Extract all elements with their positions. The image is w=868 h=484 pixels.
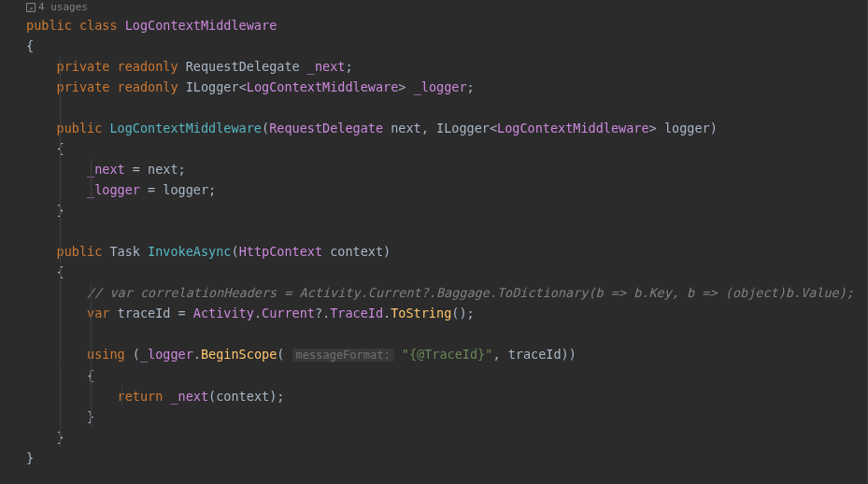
- angle: <: [490, 121, 497, 135]
- usages-text: 4 usages: [38, 0, 88, 15]
- class-ref: Activity: [193, 306, 254, 320]
- keyword-private: private: [57, 79, 110, 94]
- code-line: [26, 97, 867, 118]
- constructor: LogContextMiddleware: [109, 121, 262, 135]
- code-line: {: [26, 365, 867, 386]
- angle: <: [239, 79, 247, 94]
- keyword-public: public: [26, 18, 72, 33]
- code-line: public class LogContextMiddleware: [26, 15, 867, 36]
- comment: // var correlationHeaders = Activity.Cur…: [87, 285, 854, 300]
- keyword-public: public: [57, 121, 103, 135]
- semicolon: ;: [467, 79, 475, 94]
- keyword-return: return: [118, 389, 164, 404]
- property: TraceId: [330, 306, 383, 320]
- param: context: [330, 244, 383, 259]
- assignment: = next;: [125, 162, 186, 177]
- assignment: = logger;: [140, 182, 216, 197]
- type: RequestDelegate: [186, 59, 300, 74]
- code-editor[interactable]: 4 usages public class LogContextMiddlewa…: [0, 0, 868, 484]
- param-hint: messageFormat:: [292, 349, 394, 362]
- keyword-using: using: [87, 347, 125, 362]
- code-line: }: [26, 448, 867, 468]
- type: Task: [109, 244, 140, 259]
- param: next: [391, 121, 421, 135]
- param-type: HttpContext: [239, 244, 322, 259]
- param-type: RequestDelegate: [269, 121, 383, 135]
- field: _logger: [414, 79, 467, 94]
- code-line: _next = next;: [26, 159, 867, 179]
- field: _next: [307, 59, 346, 74]
- dot: .: [383, 306, 391, 320]
- keyword-private: private: [57, 59, 110, 74]
- code-line: {: [26, 36, 867, 56]
- keyword-readonly: readonly: [118, 59, 178, 74]
- paren: (: [277, 347, 284, 362]
- code-line: using (_logger.BeginScope( messageFormat…: [26, 344, 867, 365]
- code-line: [26, 323, 867, 344]
- semicolon: ;: [345, 59, 352, 74]
- code-line: }: [26, 406, 867, 427]
- class-name: LogContextMiddleware: [125, 18, 277, 33]
- code-line: }: [26, 200, 867, 221]
- field: _next: [170, 389, 208, 404]
- keyword-readonly: readonly: [118, 79, 178, 94]
- parens: ();: [451, 306, 474, 320]
- angle: >: [398, 79, 406, 94]
- paren: (: [125, 347, 140, 362]
- field: _next: [87, 162, 125, 177]
- method: InvokeAsync: [148, 244, 231, 259]
- field: _logger: [87, 182, 140, 197]
- code-line: private readonly ILogger<LogContextMiddl…: [26, 77, 867, 97]
- param: logger: [664, 121, 710, 135]
- method-call: ToString: [391, 306, 451, 320]
- usage-icon: [26, 3, 36, 12]
- angle: >: [649, 121, 657, 135]
- keyword-class: class: [79, 18, 118, 33]
- usages-hint[interactable]: 4 usages: [26, 0, 867, 15]
- code-line: }: [26, 427, 867, 448]
- code-line: public LogContextMiddleware(RequestDeleg…: [26, 118, 867, 138]
- code-line: [26, 221, 867, 241]
- code-line: // var correlationHeaders = Activity.Cur…: [26, 282, 867, 303]
- type: ILogger: [186, 79, 239, 94]
- brace: }: [26, 450, 34, 465]
- dot: .: [193, 347, 201, 362]
- keyword-public: public: [57, 244, 103, 259]
- code-line: public Task InvokeAsync(HttpContext cont…: [26, 241, 867, 262]
- code-line: var traceId = Activity.Current?.TraceId.…: [26, 303, 867, 323]
- string: "{@TraceId}": [402, 347, 493, 362]
- field: _logger: [140, 347, 193, 362]
- var-name: traceId =: [118, 306, 193, 320]
- type: ILogger: [436, 121, 490, 135]
- comma: ,: [421, 121, 429, 135]
- code-line: private readonly RequestDelegate _next;: [26, 56, 867, 77]
- generic-type: LogContextMiddleware: [497, 121, 649, 135]
- code-line: return _next(context);: [26, 386, 867, 406]
- code-line: _logger = logger;: [26, 179, 867, 200]
- call: (context);: [208, 389, 284, 404]
- method-call: BeginScope: [201, 347, 277, 362]
- args: , traceId)): [492, 347, 576, 362]
- null-cond: ?.: [315, 306, 330, 320]
- dot: .: [254, 306, 262, 320]
- generic-type: LogContextMiddleware: [247, 79, 399, 94]
- code-line: {: [26, 138, 867, 159]
- brace: {: [26, 38, 34, 53]
- code-line: {: [26, 262, 867, 282]
- property: Current: [262, 306, 315, 320]
